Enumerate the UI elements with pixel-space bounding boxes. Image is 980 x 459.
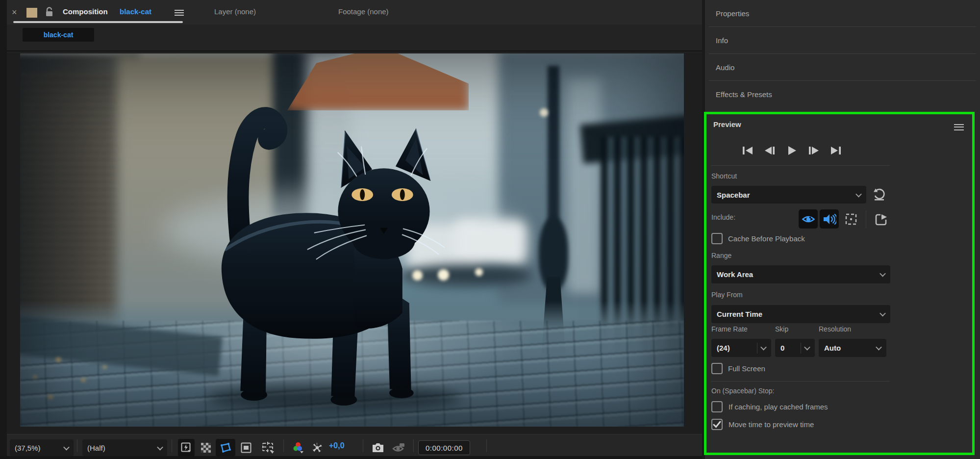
- move-time-to-preview-time-checkbox[interactable]: [711, 419, 723, 430]
- skip-label: Skip: [775, 325, 788, 333]
- chevron-down-icon: [157, 444, 163, 450]
- include-overlays-toggle[interactable]: [842, 210, 860, 228]
- divider: [711, 381, 890, 382]
- if-caching-play-cached-frames-label[interactable]: If caching, play cached frames: [729, 403, 828, 411]
- range-select[interactable]: Work Area: [711, 265, 890, 283]
- composition-image-black-cat: [20, 53, 684, 427]
- close-icon[interactable]: ×: [12, 6, 17, 18]
- resolution-select[interactable]: (Half): [82, 439, 167, 456]
- include-label: Include:: [711, 213, 735, 221]
- preview-panel-title: Preview: [713, 120, 741, 128]
- cache-before-playback-label[interactable]: Cache Before Playback: [728, 234, 805, 243]
- play-from-label: Play From: [711, 291, 743, 299]
- composition-tab-strip: black-cat: [7, 25, 702, 51]
- frame-rate-label: Frame Rate: [711, 325, 748, 333]
- divider: [172, 439, 172, 452]
- cache-before-playback-checkbox[interactable]: [711, 233, 723, 244]
- tab-black-cat[interactable]: black-cat: [23, 28, 94, 42]
- transport-controls: [740, 143, 844, 158]
- divider: [363, 439, 363, 452]
- snapshot-camera-button[interactable]: [370, 439, 386, 457]
- viewer-tab-bar: × Composition black-cat Layer (none) Foo…: [7, 0, 702, 25]
- skip-select[interactable]: 0: [775, 339, 815, 357]
- transparency-grid-button[interactable]: [198, 439, 214, 457]
- full-screen-checkbox[interactable]: [711, 363, 723, 374]
- fast-preview-button[interactable]: [178, 439, 195, 457]
- bottom-edge-strip: [0, 456, 702, 459]
- shortcut-label: Shortcut: [711, 172, 737, 180]
- on-spacebar-stop-label: On (Spacebar) Stop:: [711, 387, 774, 395]
- tab-footage[interactable]: Footage (none): [338, 7, 389, 16]
- exposure-button[interactable]: [310, 439, 325, 457]
- previous-frame-button[interactable]: [762, 143, 778, 158]
- timecode-field[interactable]: 0:00:00:00: [418, 440, 470, 455]
- move-time-to-preview-time-label[interactable]: Move time to preview time: [729, 420, 814, 429]
- range-label: Range: [711, 252, 731, 259]
- frame-rate-select[interactable]: (24): [711, 339, 771, 357]
- reset-button[interactable]: [872, 187, 886, 204]
- divider: [77, 439, 77, 452]
- panel-menu-icon[interactable]: [954, 122, 964, 132]
- mask-visibility-button[interactable]: [216, 439, 235, 457]
- next-frame-button[interactable]: [806, 143, 822, 158]
- lock-icon[interactable]: [45, 7, 54, 19]
- tab-composition-label[interactable]: Composition: [63, 7, 108, 16]
- panel-header-info[interactable]: Info: [705, 27, 980, 53]
- tab-composition-name[interactable]: black-cat: [120, 7, 151, 16]
- exposure-offset-value[interactable]: +0,0: [329, 441, 345, 450]
- after-effects-window: × Composition black-cat Layer (none) Foo…: [0, 0, 980, 459]
- grid-guides-button[interactable]: [259, 439, 277, 457]
- divider: [711, 165, 890, 166]
- divider: [283, 439, 284, 452]
- chevron-down-icon: [876, 344, 882, 351]
- checkmark-icon: [713, 421, 721, 428]
- preview-panel-annotation-highlight: Preview Shortcut Spacebar: [704, 112, 975, 455]
- first-frame-button[interactable]: [740, 143, 755, 158]
- full-screen-label[interactable]: Full Screen: [728, 364, 765, 373]
- divider: [866, 210, 866, 228]
- chevron-down-icon: [879, 271, 886, 277]
- panel-menu-icon[interactable]: [175, 8, 184, 17]
- viewer-toolbar: (37,5%) (Half) +0,0: [7, 434, 702, 456]
- photo-vignette: [20, 53, 684, 427]
- if-caching-play-cached-frames-checkbox[interactable]: [711, 401, 723, 412]
- magnification-select[interactable]: (37,5%): [10, 439, 74, 456]
- chevron-down-icon: [63, 444, 70, 450]
- composition-color-swatch[interactable]: [26, 8, 37, 18]
- divider: [801, 343, 801, 354]
- include-video-eye-toggle[interactable]: [799, 209, 818, 229]
- chevron-down-icon: [760, 344, 767, 351]
- panel-header-audio[interactable]: Audio: [705, 54, 980, 80]
- play-button[interactable]: [784, 143, 800, 158]
- play-from-select[interactable]: Current Time: [711, 305, 890, 323]
- channel-settings-button[interactable]: [290, 439, 306, 457]
- chevron-down-icon: [804, 344, 810, 351]
- preview-on-device-button[interactable]: [873, 211, 890, 228]
- panel-header-effects-presets[interactable]: Effects & Presets: [705, 81, 980, 107]
- show-snapshot-eye-button[interactable]: [390, 439, 407, 457]
- tab-layer[interactable]: Layer (none): [214, 7, 256, 16]
- panel-header-properties[interactable]: Properties: [705, 0, 980, 26]
- active-tab-underline: [13, 21, 183, 23]
- resolution-preview-select[interactable]: Auto: [819, 339, 886, 357]
- divider: [413, 439, 414, 452]
- divider: [757, 343, 757, 354]
- resolution-label: Resolution: [819, 325, 851, 333]
- chevron-down-icon: [855, 191, 862, 197]
- include-audio-speaker-toggle[interactable]: [820, 209, 839, 229]
- chevron-down-icon: [879, 310, 886, 317]
- divider: [486, 439, 487, 452]
- region-of-interest-button[interactable]: [238, 439, 254, 457]
- panel-edge-strip: [0, 0, 7, 459]
- shortcut-select[interactable]: Spacebar: [711, 186, 866, 204]
- composition-viewport[interactable]: [7, 52, 702, 434]
- last-frame-button[interactable]: [828, 143, 844, 158]
